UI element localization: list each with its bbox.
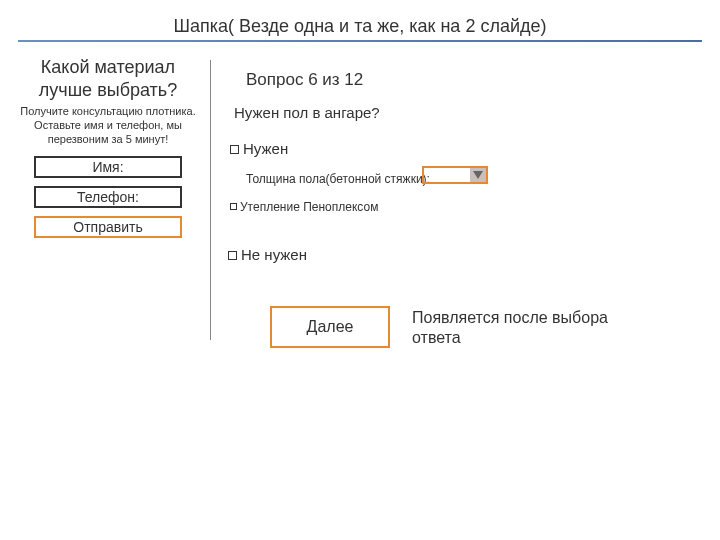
quiz-question: Нужен пол в ангаре? [234, 104, 380, 121]
name-field[interactable]: Имя: [34, 156, 182, 178]
option-yes[interactable]: Нужен [230, 140, 288, 157]
header-divider [18, 40, 702, 42]
chevron-down-icon [470, 168, 486, 182]
thickness-label: Толщина пола(бетонной стяжки): [246, 172, 430, 186]
next-note: Появляется после выбора ответа [412, 308, 652, 348]
option-insulation[interactable]: Утепление Пеноплексом [230, 200, 378, 214]
thickness-select[interactable] [422, 166, 488, 184]
insulation-label: Утепление Пеноплексом [240, 200, 378, 214]
svg-marker-0 [473, 171, 483, 179]
option-no[interactable]: Не нужен [228, 246, 307, 263]
vertical-divider [210, 60, 211, 340]
phone-field[interactable]: Телефон: [34, 186, 182, 208]
option-yes-label: Нужен [243, 140, 288, 157]
lead-form: Какой материал лучше выбрать? Получите к… [18, 56, 198, 238]
submit-button[interactable]: Отправить [34, 216, 182, 238]
lead-title: Какой материал лучше выбрать? [18, 56, 198, 101]
checkbox-icon [230, 145, 239, 154]
quiz-progress: Вопрос 6 из 12 [246, 70, 363, 90]
checkbox-icon [228, 251, 237, 260]
next-button[interactable]: Далее [270, 306, 390, 348]
page-title: Шапка( Везде одна и та же, как на 2 слай… [0, 16, 720, 37]
lead-subtitle: Получите консультацию плотника. Оставьте… [18, 105, 198, 146]
checkbox-icon [230, 203, 237, 210]
thickness-value [424, 168, 470, 182]
option-no-label: Не нужен [241, 246, 307, 263]
